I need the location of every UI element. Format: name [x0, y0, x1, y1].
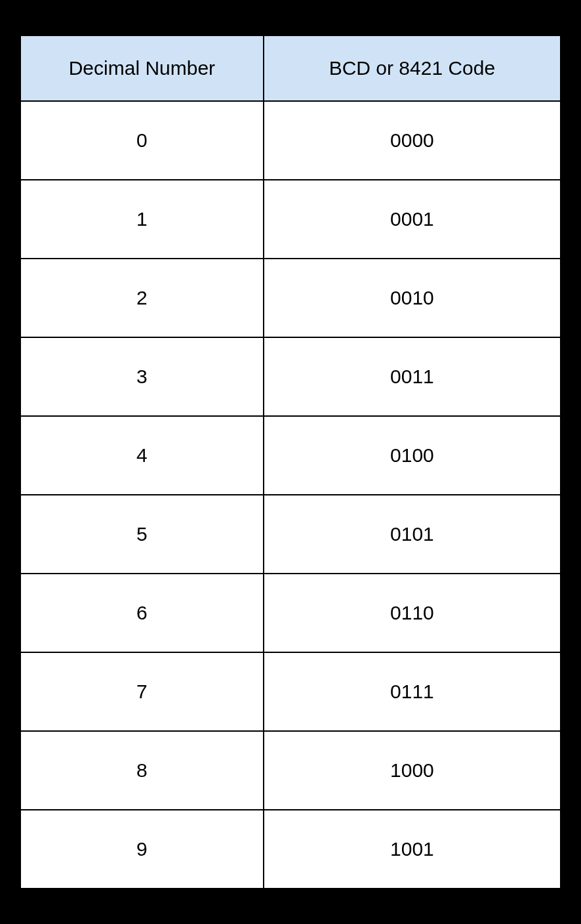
cell-decimal: 7 [20, 652, 264, 731]
cell-decimal: 3 [20, 337, 264, 416]
cell-bcd: 1001 [264, 810, 561, 889]
cell-decimal: 1 [20, 180, 264, 259]
cell-decimal: 5 [20, 495, 264, 574]
cell-bcd: 0000 [264, 101, 561, 180]
cell-bcd: 0100 [264, 416, 561, 495]
cell-bcd: 0110 [264, 574, 561, 652]
table-row: 1 0001 [20, 180, 561, 259]
cell-decimal: 8 [20, 731, 264, 810]
bcd-table-container: Decimal Number BCD or 8421 Code 0 0000 1… [18, 33, 563, 891]
cell-bcd: 0011 [264, 337, 561, 416]
table-row: 0 0000 [20, 101, 561, 180]
table-row: 7 0111 [20, 652, 561, 731]
table-row: 2 0010 [20, 259, 561, 337]
table-row: 9 1001 [20, 810, 561, 889]
header-bcd: BCD or 8421 Code [264, 35, 561, 101]
cell-bcd: 0001 [264, 180, 561, 259]
header-decimal: Decimal Number [20, 35, 264, 101]
cell-bcd: 0111 [264, 652, 561, 731]
table-row: 8 1000 [20, 731, 561, 810]
table-row: 6 0110 [20, 574, 561, 652]
table-header-row: Decimal Number BCD or 8421 Code [20, 35, 561, 101]
table-row: 3 0011 [20, 337, 561, 416]
table-row: 4 0100 [20, 416, 561, 495]
bcd-table: Decimal Number BCD or 8421 Code 0 0000 1… [20, 35, 561, 889]
cell-bcd: 1000 [264, 731, 561, 810]
cell-decimal: 6 [20, 574, 264, 652]
cell-bcd: 0010 [264, 259, 561, 337]
cell-decimal: 9 [20, 810, 264, 889]
cell-decimal: 2 [20, 259, 264, 337]
cell-decimal: 4 [20, 416, 264, 495]
cell-bcd: 0101 [264, 495, 561, 574]
table-row: 5 0101 [20, 495, 561, 574]
cell-decimal: 0 [20, 101, 264, 180]
